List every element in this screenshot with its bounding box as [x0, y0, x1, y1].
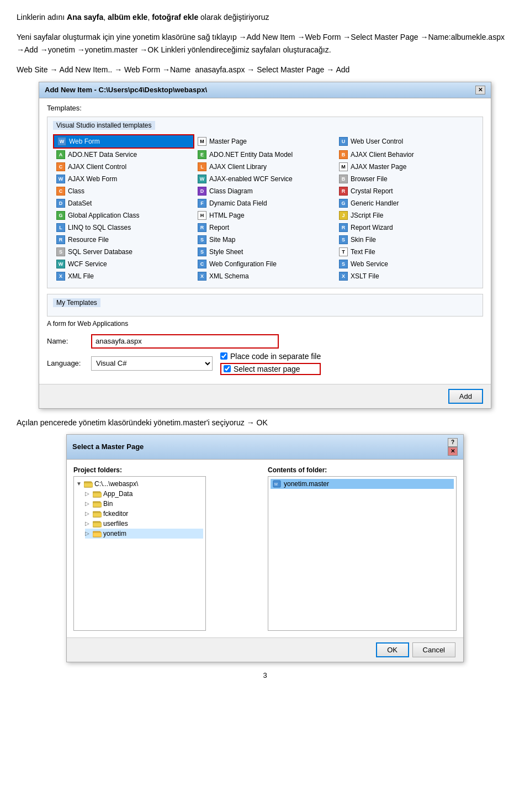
svg-rect-11 [93, 532, 102, 537]
ado-entity-icon: E [198, 150, 206, 159]
template-dynamic-data[interactable]: F Dynamic Data Field [194, 197, 336, 209]
template-ajax-wcf[interactable]: W AJAX-enabled WCF Service [194, 173, 336, 185]
template-dataset[interactable]: D DataSet [53, 197, 194, 209]
template-label: DataSet [68, 199, 92, 207]
template-class-diagram[interactable]: D Class Diagram [194, 185, 336, 197]
root-folder-icon [84, 480, 93, 488]
template-ado-entity[interactable]: E ADO.NET Entity Data Model [194, 149, 336, 161]
help-button[interactable]: ? [448, 438, 458, 447]
template-ajax-behavior[interactable]: B AJAX Client Behavior [336, 149, 477, 161]
content-file-yonetim-master[interactable]: M yonetim.master [271, 479, 454, 489]
template-style-sheet[interactable]: S Style Sheet [194, 246, 336, 258]
template-label: Dynamic Data Field [209, 199, 267, 207]
chevron: ▷ [85, 500, 93, 507]
folder-fckeditor[interactable]: ▷ fckeditor [85, 509, 203, 519]
dialog2-window-controls: ? ✕ [448, 438, 458, 456]
template-web-service[interactable]: S Web Service [336, 258, 477, 270]
master-file-icon: M [273, 480, 282, 488]
crystal-report-icon: R [339, 187, 348, 196]
name-row: Name: [47, 334, 483, 349]
place-code-checkbox[interactable] [220, 352, 227, 360]
folder-label: userfiles [103, 520, 128, 528]
template-text-file[interactable]: T Text File [336, 246, 477, 258]
chevron: ▷ [85, 491, 93, 497]
description-text: A form for Web Applications [47, 317, 483, 331]
template-crystal-report[interactable]: R Crystal Report [336, 185, 477, 197]
installed-templates-box: Visual Studio installed templates W Web … [47, 117, 483, 288]
web-config-icon: C [198, 260, 206, 268]
template-xml-file[interactable]: X XML File [53, 270, 194, 282]
language-select[interactable]: Visual C# Visual Basic [91, 356, 213, 371]
select-master-label: Select master page [234, 365, 300, 373]
svg-rect-3 [93, 493, 102, 497]
template-resource-file[interactable]: R Resource File [53, 234, 194, 246]
language-label: Language: [47, 359, 91, 367]
svg-rect-1 [84, 483, 93, 487]
template-browser-file[interactable]: B Browser File [336, 173, 477, 185]
outro-text: Açılan pencerede yönetim klasöründeki yö… [17, 416, 513, 429]
template-xml-schema[interactable]: X XML Schema [194, 270, 336, 282]
template-site-map[interactable]: S Site Map [194, 234, 336, 246]
report-wizard-icon: R [339, 223, 348, 232]
template-xslt-file[interactable]: X XSLT File [336, 270, 477, 282]
template-ajax-web-form[interactable]: W AJAX Web Form [53, 173, 194, 185]
template-master-page[interactable]: M Master Page [194, 134, 336, 149]
folder-yonetim[interactable]: ▷ yonetim [85, 529, 203, 539]
template-label: AJAX Web Form [68, 175, 117, 183]
template-label: Generic Handler [351, 199, 399, 207]
template-label: Resource File [68, 236, 109, 244]
dialog2-cancel-button[interactable]: Cancel [412, 642, 455, 657]
folder-bin[interactable]: ▷ Bin [85, 499, 203, 509]
template-wcf-service[interactable]: W WCF Service [53, 258, 194, 270]
dialog2-title-bar: Select a Master Page ? ✕ [67, 435, 463, 460]
tree-root[interactable]: ▼ C:\...\webaspx\ [76, 479, 203, 489]
template-label: Crystal Report [351, 187, 393, 195]
dynamic-data-icon: F [198, 199, 206, 208]
template-sql-server[interactable]: S SQL Server Database [53, 246, 194, 258]
template-web-config[interactable]: C Web Configuration File [194, 258, 336, 270]
template-global-app[interactable]: G Global Application Class [53, 209, 194, 222]
template-jscript[interactable]: J JScript File [336, 209, 477, 222]
template-label: AJAX Client Control [68, 163, 126, 171]
template-html-page[interactable]: H HTML Page [194, 209, 336, 222]
template-ajax-master-page[interactable]: M AJAX Master Page [336, 161, 477, 173]
ajax-client-control-icon: C [56, 162, 65, 171]
close-button[interactable]: ✕ [475, 86, 485, 94]
folder-app-data[interactable]: ▷ App_Data [85, 489, 203, 499]
template-web-user-control[interactable]: U Web User Control [336, 134, 477, 149]
text-file-icon: T [339, 247, 348, 256]
template-label: XML File [68, 272, 94, 280]
template-ajax-client-library[interactable]: L AJAX Client Library [194, 161, 336, 173]
dialog-body: Templates: Visual Studio installed templ… [39, 98, 491, 384]
template-skin-file[interactable]: S Skin File [336, 234, 477, 246]
intro-paragraph: Linklerin adını Ana sayfa, albüm ekle, f… [17, 11, 513, 23]
template-label: XML Schema [209, 272, 249, 280]
template-label: Class Diagram [209, 187, 253, 195]
xslt-file-icon: X [339, 272, 348, 281]
template-label: JScript File [351, 212, 383, 219]
template-linq[interactable]: L LINQ to SQL Classes [53, 222, 194, 234]
folder-userfiles[interactable]: ▷ userfiles [85, 519, 203, 529]
ok-button[interactable]: OK [376, 642, 409, 657]
template-ado-data-service[interactable]: A ADO.NET Data Service [53, 149, 194, 161]
close-button2[interactable]: ✕ [448, 447, 458, 456]
template-generic-handler[interactable]: G Generic Handler [336, 197, 477, 209]
select-master-checkbox[interactable] [224, 365, 231, 372]
name-input[interactable] [91, 334, 279, 349]
add-button[interactable]: Add [448, 389, 483, 404]
html-page-icon: H [198, 211, 206, 220]
template-label: Web Form [69, 138, 100, 145]
dialog2-title: Select a Master Page [72, 442, 144, 451]
template-ajax-client-control[interactable]: C AJAX Client Control [53, 161, 194, 173]
chevron: ▷ [85, 530, 93, 536]
template-report[interactable]: R Report [194, 222, 336, 234]
project-folders-panel: Project folders: ▼ C:\...\webaspx\ ▷ [73, 466, 262, 631]
ajax-client-library-icon: L [198, 162, 206, 171]
template-web-form[interactable]: W Web Form [53, 134, 194, 149]
linq-icon: L [56, 223, 65, 232]
ajax-web-form-icon: W [56, 175, 65, 183]
template-report-wizard[interactable]: R Report Wizard [336, 222, 477, 234]
template-class[interactable]: C Class [53, 185, 194, 197]
page-number: 3 [17, 671, 513, 679]
installed-templates-label: Visual Studio installed templates [53, 121, 155, 130]
